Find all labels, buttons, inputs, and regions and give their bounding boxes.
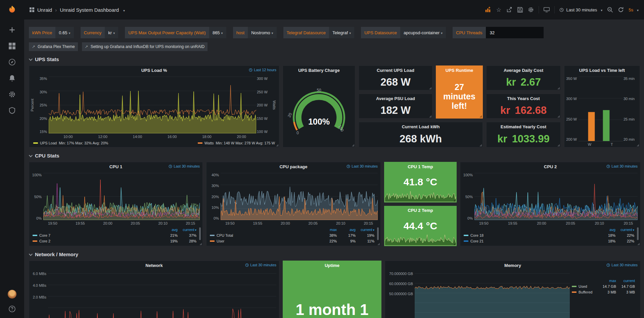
explore-icon[interactable]: [8, 58, 16, 66]
variable-value-dropdown[interactable]: Nostromo: [248, 27, 276, 38]
legend-sort-current[interactable]: current: [356, 228, 374, 232]
legend-series-name[interactable]: Core 18: [470, 233, 484, 237]
panel-title[interactable]: Current Load kWh: [359, 122, 482, 131]
panel-title[interactable]: Uptime: [283, 261, 381, 270]
variable-value-dropdown[interactable]: kr: [105, 27, 118, 38]
add-icon[interactable]: [8, 26, 16, 34]
help-icon[interactable]: [8, 305, 16, 313]
section-cpu-stats[interactable]: CPU Stats: [29, 153, 641, 158]
dashboard-link-ups-monitoring-guide[interactable]: Setting up Grafana and InfluxDB for UPS …: [82, 42, 208, 51]
cpu-threads-input[interactable]: [486, 27, 544, 38]
load-vs-time-plot[interactable]: [579, 77, 623, 141]
y-axis-title-left: Percent: [30, 99, 34, 111]
legend-sort-avg[interactable]: avg: [337, 228, 356, 232]
cpu1-chart-plot[interactable]: [43, 173, 200, 220]
panel-title[interactable]: Average PSU Load: [359, 94, 432, 103]
panel-title[interactable]: Current UPS Load: [359, 66, 432, 75]
y-axis-left: 100%50%0%: [30, 173, 43, 220]
legend-sort-current[interactable]: current: [616, 279, 635, 283]
add-panel-icon[interactable]: [485, 7, 491, 13]
dashboards-icon[interactable]: [8, 42, 16, 50]
variable-value-dropdown[interactable]: 865: [209, 27, 226, 38]
legend-scrollbar[interactable]: [637, 227, 639, 240]
dashboard-settings-gear-icon[interactable]: [528, 7, 534, 13]
panel-title[interactable]: Average Daily Cost: [487, 66, 560, 75]
refresh-icon[interactable]: [618, 7, 624, 13]
network-chart-plot[interactable]: [48, 272, 276, 318]
legend-scrollbar[interactable]: [199, 227, 201, 240]
panel-ups-battery-charge: UPS Battery Charge 0 20 50 100 100%: [283, 65, 355, 147]
save-icon[interactable]: [517, 7, 523, 13]
legend-series-name[interactable]: Used: [579, 284, 587, 288]
panel-title[interactable]: CPU 2 Temp: [384, 206, 456, 215]
grafana-logo[interactable]: [0, 0, 24, 19]
panel-title[interactable]: This Years Cost: [487, 94, 560, 103]
legend-series-name[interactable]: Core 7: [39, 233, 50, 237]
time-range-picker[interactable]: Last 30 minutes: [559, 7, 602, 12]
section-ups-stats[interactable]: UPS Stats: [29, 56, 641, 62]
panel-title[interactable]: Network: [29, 261, 279, 270]
chart-legend-table: avg current Core 7 21% 37% Core 2 19% 28…: [29, 226, 202, 246]
refresh-interval-caret: [636, 7, 639, 12]
configuration-gear-icon[interactable]: [8, 91, 16, 98]
legend-sort-current[interactable]: current: [615, 228, 634, 232]
legend-series-name[interactable]: Watts: [204, 141, 214, 145]
legend-sort-current[interactable]: current: [178, 228, 196, 232]
breadcrumb-dashboard-title[interactable]: Unraid System Dashboard: [60, 7, 119, 13]
dashboard-grid-icon[interactable]: [30, 7, 34, 12]
legend-series-name[interactable]: CPU Total: [217, 233, 233, 237]
zoom-out-icon[interactable]: [607, 7, 613, 13]
variable-label: UPS Max Output Power Capacity (Watt): [125, 27, 209, 38]
legend-series-name[interactable]: Core 2: [39, 239, 50, 243]
panel-title[interactable]: UPS Battery Charge: [283, 66, 355, 75]
cpu2-chart-plot[interactable]: [474, 173, 638, 220]
refresh-interval-picker[interactable]: 5s: [629, 7, 639, 12]
legend-sort-max[interactable]: max: [318, 228, 337, 232]
legend-series-name[interactable]: Core 21: [470, 239, 484, 243]
external-link-icon: [85, 44, 88, 49]
time-range-caret: [599, 7, 602, 12]
panel-title[interactable]: Estimated Yearly Cost: [487, 122, 560, 131]
panel-title[interactable]: UPS Load %: [29, 66, 279, 75]
panel-time-override: Last 30 minutes: [606, 263, 638, 267]
variable-value-dropdown[interactable]: apcupsd-container: [400, 27, 446, 38]
ups-load-chart-plot[interactable]: [49, 77, 256, 134]
panel-title[interactable]: UPS Load vs Time left: [564, 66, 640, 75]
stat-value: kr2.67: [487, 75, 560, 90]
series-color-dash: [33, 235, 37, 236]
legend-sort-avg[interactable]: avg: [159, 228, 178, 232]
alerting-bell-icon[interactable]: [8, 75, 16, 82]
gauge-value: 100%: [308, 117, 330, 126]
share-icon[interactable]: [506, 7, 512, 13]
cpu-temp-column: CPU 1 Temp 41.8 °C CPU 2 Temp 44.4 °C: [384, 162, 457, 246]
legend-series-name[interactable]: UPS Load: [40, 141, 57, 145]
panel-time-override: Last 30 minutes: [606, 164, 638, 168]
variable-cpu-threads: CPU Threads: [453, 27, 544, 38]
panel-title[interactable]: UPS Runtime: [436, 66, 482, 75]
stat-value: 268 kWh: [359, 131, 482, 147]
panel-ups-runtime: UPS Runtime 27 minutes left!: [436, 65, 483, 119]
chart-legend-table: max avg current CPU Total 38% 17% 19% Us…: [206, 226, 380, 246]
svg-text:20: 20: [288, 112, 293, 118]
legend-sort-max[interactable]: max: [597, 279, 616, 283]
legend-sort-avg[interactable]: avg: [597, 228, 615, 232]
breadcrumb-folder[interactable]: Unraid: [37, 7, 52, 13]
legend-series-name[interactable]: Buffered: [579, 290, 592, 294]
panel-title[interactable]: Memory: [385, 261, 640, 270]
panel-title[interactable]: CPU 1 Temp: [384, 162, 456, 171]
dashboard-link-grafana-plex-theme[interactable]: Grafana Plex Theme: [29, 42, 78, 51]
variable-host: host Nostromo: [233, 27, 277, 38]
sparkline: [385, 190, 456, 202]
security-shield-icon[interactable]: [8, 107, 16, 114]
legend-scrollbar[interactable]: [377, 227, 379, 240]
variable-value-dropdown[interactable]: Telegraf: [329, 27, 354, 38]
cpu-package-chart-plot[interactable]: [221, 173, 378, 220]
section-network-memory[interactable]: Network / Memory: [29, 252, 641, 257]
tv-mode-icon[interactable]: [544, 7, 550, 13]
legend-series-name[interactable]: User: [217, 239, 224, 243]
variable-value-dropdown[interactable]: 0.65: [55, 27, 74, 38]
dashboard-switcher-caret[interactable]: [122, 7, 125, 13]
user-avatar[interactable]: [8, 290, 16, 299]
star-icon[interactable]: [496, 7, 502, 13]
memory-chart-plot[interactable]: [415, 272, 570, 318]
